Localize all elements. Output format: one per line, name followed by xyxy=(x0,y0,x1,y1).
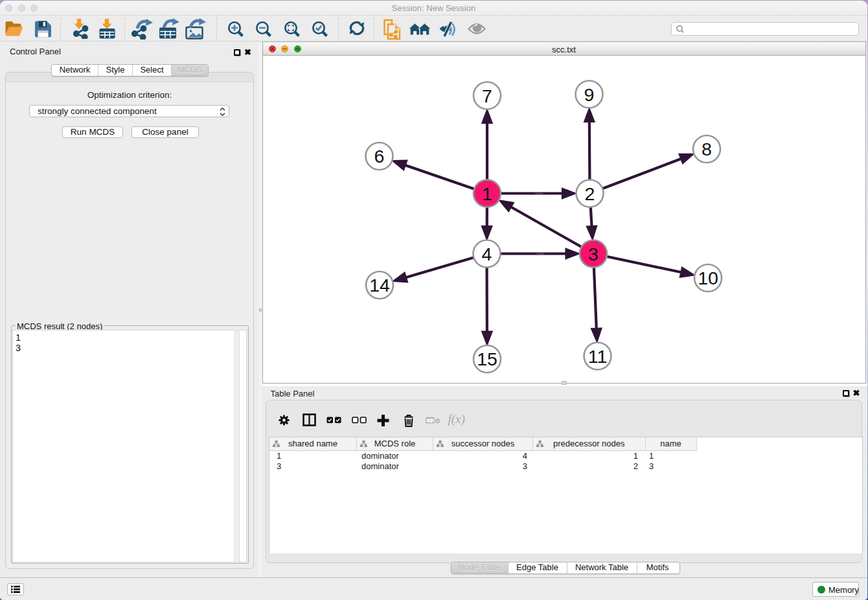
svg-text:3: 3 xyxy=(588,244,599,264)
svg-text:14: 14 xyxy=(369,275,390,295)
svg-text:8: 8 xyxy=(702,139,712,159)
svg-text:9: 9 xyxy=(584,84,594,105)
svg-text:11: 11 xyxy=(588,346,607,367)
svg-text:1: 1 xyxy=(482,183,492,204)
svg-text:15: 15 xyxy=(477,349,497,369)
svg-text:7: 7 xyxy=(482,86,492,106)
svg-text:10: 10 xyxy=(698,268,718,288)
svg-text:6: 6 xyxy=(374,146,384,167)
svg-text:2: 2 xyxy=(584,183,595,204)
svg-text:4: 4 xyxy=(481,244,492,264)
